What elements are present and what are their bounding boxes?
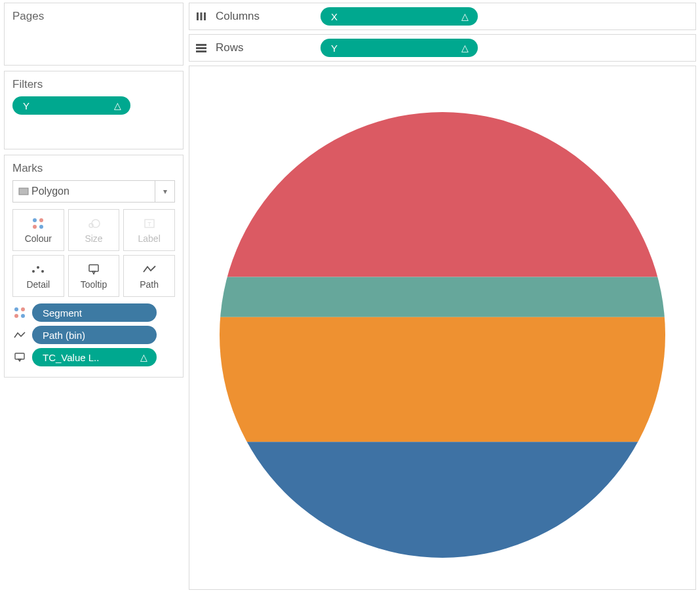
tooltip-pill-tcvalue[interactable]: TC_Value L.. △ (32, 348, 157, 366)
svg-rect-5 (89, 265, 98, 271)
path-icon (12, 331, 27, 339)
mark-type-dropdown[interactable]: Polygon ▾ (12, 180, 175, 203)
chart-band[interactable] (220, 277, 665, 317)
label-icon: T (144, 216, 155, 231)
path-pill-pathbin[interactable]: Path (bin) (32, 326, 157, 344)
rows-pill-label: Y (331, 43, 338, 54)
filter-pill-y-label: Y (23, 100, 29, 111)
filters-title: Filters (12, 78, 175, 91)
columns-shelf[interactable]: Columns X △ (189, 3, 696, 30)
tooltip-button[interactable]: Tooltip (68, 255, 120, 297)
svg-text:T: T (147, 221, 151, 227)
columns-pill-label: X (331, 11, 338, 22)
filter-pill-y[interactable]: Y △ (12, 96, 130, 115)
svg-rect-0 (19, 188, 28, 195)
size-button[interactable]: Size (68, 209, 120, 251)
svg-rect-7 (197, 12, 199, 20)
label-label: Label (138, 233, 161, 244)
size-label: Size (85, 233, 102, 244)
colour-label: Colour (25, 233, 52, 244)
detail-label: Detail (26, 279, 50, 290)
path-icon (143, 262, 156, 277)
pages-panel: Pages (4, 3, 184, 66)
columns-icon (196, 12, 209, 21)
colour-pill-label: Segment (43, 307, 82, 319)
chart-band[interactable] (220, 442, 665, 558)
path-label: Path (140, 279, 159, 290)
tooltip-icon (12, 353, 27, 362)
svg-rect-11 (196, 47, 206, 49)
columns-label: Columns (216, 10, 314, 23)
label-button[interactable]: T Label (123, 209, 175, 251)
delta-icon: △ (140, 352, 147, 362)
svg-rect-8 (201, 12, 203, 20)
rows-shelf[interactable]: Rows Y △ (189, 34, 696, 62)
svg-point-2 (92, 220, 100, 227)
detail-icon (32, 262, 44, 277)
rows-label: Rows (216, 41, 314, 54)
colour-pill-segment[interactable]: Segment (32, 303, 157, 322)
marks-title: Marks (12, 162, 175, 175)
path-button[interactable]: Path (123, 255, 175, 297)
polygon-icon (13, 187, 30, 195)
columns-pill-x[interactable]: X △ (321, 7, 478, 26)
size-icon (87, 216, 100, 231)
tooltip-icon (88, 262, 100, 277)
chevron-down-icon: ▾ (155, 181, 174, 202)
delta-icon: △ (461, 11, 469, 22)
chart-band[interactable] (220, 317, 665, 442)
filters-panel: Filters Y △ (4, 71, 184, 149)
marks-panel: Marks Polygon ▾ (4, 155, 184, 378)
svg-rect-10 (196, 44, 206, 46)
detail-button[interactable]: Detail (12, 255, 64, 297)
rows-icon (196, 43, 209, 52)
visualization-canvas[interactable] (189, 66, 696, 590)
svg-rect-6 (15, 353, 24, 359)
tooltip-label: Tooltip (81, 279, 107, 290)
pages-title: Pages (12, 10, 175, 23)
delta-icon: △ (114, 100, 121, 111)
colour-button[interactable]: Colour (12, 209, 64, 251)
colour-icon (33, 216, 43, 231)
mark-type-label: Polygon (30, 185, 155, 197)
chart-band[interactable] (220, 112, 665, 277)
delta-icon: △ (461, 43, 469, 53)
colour-icon (12, 307, 27, 318)
rows-pill-y[interactable]: Y △ (321, 39, 478, 57)
svg-rect-9 (204, 12, 206, 20)
svg-rect-12 (196, 50, 206, 52)
path-pill-label: Path (bin) (43, 330, 85, 341)
tooltip-pill-label: TC_Value L.. (43, 352, 99, 363)
